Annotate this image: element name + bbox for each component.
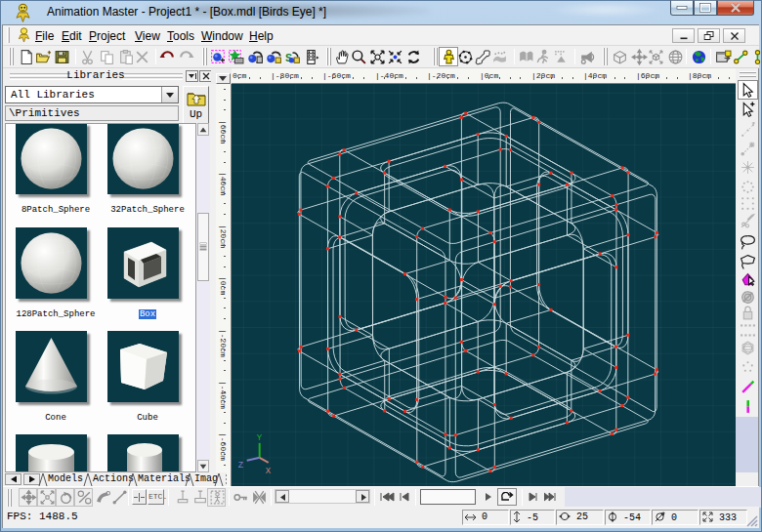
svg-text:Z: Z xyxy=(238,461,244,471)
svg-text:X: X xyxy=(266,467,272,476)
svg-text:Y: Y xyxy=(257,433,263,443)
